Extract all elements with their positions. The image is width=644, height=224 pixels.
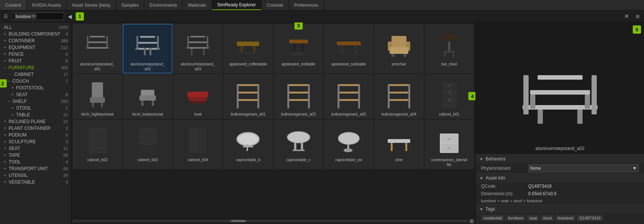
sidebar-item-seat-top-label: SEAT [9,146,20,151]
asset-info-section-header[interactable]: ▼ Asset info [476,174,644,182]
asset-cell-aluminumstepstand-a03[interactable]: aluminumstepstand_a03 [173,24,223,73]
asset-cell-bulkstoragerack-a01[interactable]: bulkstoragerack_a01 [223,74,273,119]
search-close-button[interactable]: ✕ [622,12,631,21]
grid-size-icon[interactable]: ⊞ [469,218,474,224]
asset-cell-aluminumstepstand-a01[interactable]: aluminumstepstand_a01 [73,24,122,73]
tags-section-header[interactable]: ▼ Tags [476,205,644,214]
asset-cell-cabinet-b03[interactable]: cabinet_b03 [123,120,172,169]
sidebar-item-utensil[interactable]: +UTENSIL 29 [0,172,71,179]
sidebar-item-fence[interactable]: +FENCE 6 [0,51,71,58]
behaviors-section-header[interactable]: ▼ Behaviors [476,154,644,163]
svg-rect-55 [237,84,239,108]
svg-rect-66 [358,84,360,108]
tab-samples[interactable]: Samples [116,0,145,10]
svg-rect-49 [187,92,208,97]
search-input-wrap[interactable]: furniture ✕ [12,12,64,20]
asset-cell-capricetable-c[interactable]: capricetable_c [274,120,323,169]
asset-cell-appleseed-sofatable[interactable]: appleseed_sofatable [324,24,374,73]
asset-cell-boat[interactable]: boat [173,74,223,119]
svg-point-26 [290,52,307,56]
asset-cell-appleseed-endtable[interactable]: 3 appleseed_endtable [274,24,323,73]
tab-simready-explorer[interactable]: SimReady Explorer [212,0,261,10]
svg-rect-39 [444,52,446,57]
sidebar-item-sculpture[interactable]: +SCULPTURE 3 [0,138,71,145]
asset-cell-cabinet-b02[interactable]: cabinet_b02 [73,120,122,169]
sidebar-item-podium-label: PODIUM [9,132,27,138]
asset-cell-aluminumstepstand-a02[interactable]: aluminumstepstand_a02 [123,24,172,73]
sidebar-item-inclined-plane[interactable]: +INCLINED PLANE 22 [0,118,71,125]
asset-cell-bulkstoragerack-a04[interactable]: bulkstoragerack_a04 [374,74,424,119]
filter-icon[interactable]: ☰ [2,13,9,20]
physics-variant-select[interactable]: None ▼ [528,165,639,172]
grid-scrollbar-track[interactable] [73,220,468,222]
sidebar-item-tape[interactable]: +TAPE 59 [0,152,71,159]
sidebar-item-vegetable[interactable]: +VEGETABLE 3 [0,179,71,185]
sidebar-item-building[interactable]: +BUILDING COMPONENT 4 [0,31,71,37]
sidebar-item-transport-unit[interactable]: +TRANSPORT UNIT 68 [0,165,71,172]
sidebar-item-seat-top[interactable]: +SEAT 12 [0,145,71,152]
asset-cell-bar-stool[interactable]: bar_stool [424,24,474,73]
sidebar-item-tool[interactable]: +TOOL 4 [0,159,71,165]
tab-preferences[interactable]: Preferences [289,0,324,10]
sidebar-item-couch-count: 7 [66,79,68,83]
search-tag-close[interactable]: ✕ [32,14,35,19]
sidebar-item-stool-count: 1 [66,106,68,110]
asset-cell-capricetable-yin[interactable]: capricetable_yin [324,120,374,169]
tab-materials[interactable]: Materials [183,0,212,10]
tag-furniture[interactable]: furniture [506,215,525,221]
sidebar-item-equipment[interactable]: +EQUIPMENT 212 [0,44,71,51]
tab-asset-stores[interactable]: Asset Stores (beta) [67,0,116,10]
dimensions-value: 0.55x0.67x0.5 [528,191,639,196]
sidebar-item-furniture[interactable]: −FURNITURE 305 [0,64,71,71]
sidebar-item-footstool[interactable]: +FOOTSTOOL [0,85,71,91]
asset-name: bulkstoragerack_a04 [381,112,416,117]
tab-content[interactable]: Content [0,0,27,10]
asset-cell-birch-highbackseat[interactable]: birch_highbackseat [73,74,122,119]
svg-rect-64 [338,99,360,101]
grid-scrollbar-thumb[interactable] [231,220,246,222]
asset-thumb-svg [384,124,414,154]
asset-cell-birch-lowbackseat[interactable]: birch_lowbackseat [123,74,172,119]
sidebar-item-seat[interactable]: +SEAT 8 [0,91,71,98]
search-grid-icon[interactable]: ⊞ [634,13,642,20]
tag-stool[interactable]: stool [541,215,554,221]
tag-residential[interactable]: residential [481,215,504,221]
asset-cell-cline[interactable]: cline [374,120,424,169]
sidebar-item-all[interactable]: ALL 1029 [0,24,71,31]
asset-cell-contemporary-laterial-file[interactable]: contemporary_laterialfile [424,120,474,169]
dimensions-row: Dimensions:(m) 0.55x0.67x0.5 [476,190,644,197]
sidebar-item-shelf-count: 250 [61,99,68,104]
asset-name: bar_stool [441,62,457,67]
asset-cell-appleseed-coffeetable[interactable]: appleseed_coffeetable [223,24,273,73]
sidebar-item-stool[interactable]: +STOOL 1 [0,105,71,111]
svg-rect-43 [92,103,94,107]
svg-point-101 [338,132,359,144]
tag-qcode[interactable]: Q14973416 [577,215,603,221]
sidebar-item-couch[interactable]: −COUCH 7 [0,78,71,85]
asset-cell-bulkstoragerack-a03[interactable]: bulkstoragerack_a03 [324,74,374,119]
asset-cell-bulkstoragerack-a02[interactable]: bulkstoragerack_a02 [274,74,323,119]
asset-cell-armchair[interactable]: armchair [374,24,424,73]
tab-console[interactable]: Console [261,0,289,10]
sidebar-item-podium[interactable]: +PODIUM 5 [0,132,71,138]
sidebar-item-cabinet[interactable]: →CABINET 17 [0,71,71,78]
sidebar-item-shelf[interactable]: ~SHELF 250 [0,98,71,105]
sidebar-item-table[interactable]: +TABLE 21 [0,111,71,118]
tab-environments[interactable]: Environments [144,0,182,10]
asset-cell-cabinet-b04[interactable]: cabinet_b04 [173,120,223,169]
physics-variant-row: PhysicsVariant None ▼ [476,163,644,173]
svg-rect-50 [189,97,207,101]
asset-grid-area[interactable]: aluminumstepstand_a01 aluminumstepstand_… [71,22,475,224]
sidebar-item-container[interactable]: +CONTAINER 286 [0,37,71,44]
sidebar-item-plant-container[interactable]: +PLANT CONTAINER 3 [0,125,71,132]
asset-cell-capricetable-b[interactable]: capricetable_b [223,120,273,169]
asset-thumb-svg [233,28,263,58]
sidebar-item-fruit[interactable]: +FRUIT 8 [0,58,71,64]
sidebar-item-building-count: 4 [66,32,68,36]
tab-nvidia-assets[interactable]: NVIDIA Assets [27,0,67,10]
tag-footstool[interactable]: footstool [556,215,576,221]
svg-rect-116 [592,75,597,114]
asset-cell-cabinet-b01[interactable]: 4 cabinet_b01 [424,74,474,119]
tag-seat[interactable]: seat [527,215,539,221]
search-arrow-left[interactable]: ◀ [68,13,72,19]
